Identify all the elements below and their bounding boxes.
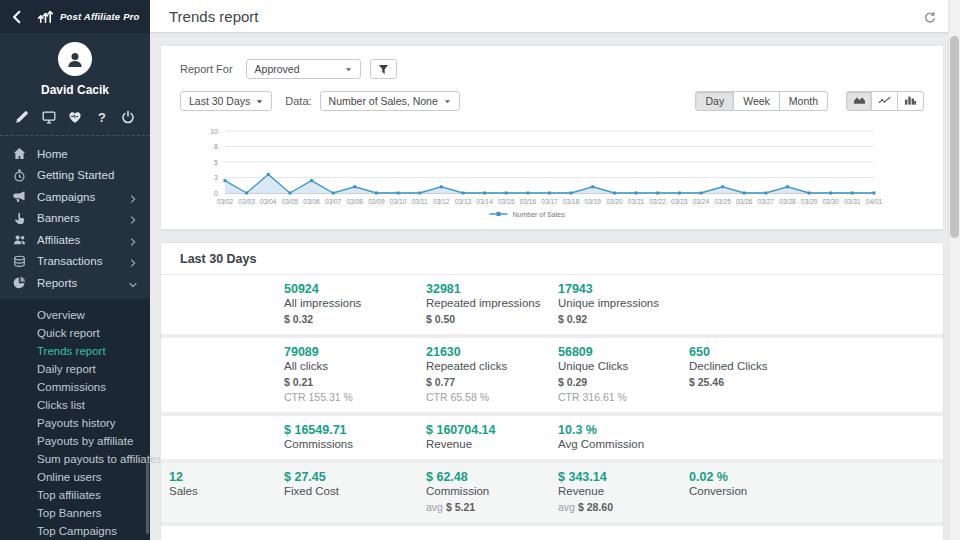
monitor-icon[interactable]	[42, 110, 56, 124]
stat-cell-revenue: $ 160704.14Revenue	[426, 423, 558, 451]
stat-avg-prefix: avg	[558, 501, 575, 513]
stat-cost: $ 25.46	[689, 376, 943, 389]
report-filter-row: Report For Approved	[161, 46, 943, 79]
user-icon	[65, 49, 85, 69]
sidebar-item-affiliates[interactable]: Affiliates	[0, 229, 150, 251]
heart-icon[interactable]	[68, 110, 82, 124]
user-name: David Cacik	[0, 83, 150, 97]
sidebar-item-banners[interactable]: Banners	[0, 208, 150, 230]
sidebar-subitem-payouts-by-affiliate[interactable]: Payouts by affiliate	[0, 432, 150, 450]
data-select-value: Number of Sales, None	[329, 95, 438, 107]
svg-text:03/15: 03/15	[498, 198, 515, 205]
stat-value: 12	[169, 470, 284, 484]
svg-text:03/25: 03/25	[714, 198, 731, 205]
report-for-value: Approved	[255, 63, 300, 75]
period-button-week[interactable]: Week	[734, 91, 780, 111]
svg-text:03/03: 03/03	[238, 198, 255, 205]
sidebar-item-getting-started[interactable]: Getting Started	[0, 165, 150, 187]
pencil-icon[interactable]	[15, 110, 29, 124]
sidebar-scrollbar[interactable]	[146, 462, 149, 534]
sidebar-item-reports[interactable]: Reports	[0, 272, 150, 294]
data-select[interactable]: Number of Sales, None	[320, 91, 460, 111]
stat-value: 17943	[558, 282, 689, 296]
sidebar-item-home[interactable]: Home	[0, 143, 150, 165]
chart-legend-label: Number of Sales	[513, 211, 566, 218]
sidebar-subitem-payouts-history[interactable]: Payouts history	[0, 414, 150, 432]
chevron-right-icon	[129, 214, 137, 222]
refresh-icon[interactable]	[924, 10, 936, 22]
stats-row: 79089All clicks$ 0.21CTR 155.31 %21630Re…	[161, 338, 943, 412]
svg-text:10: 10	[210, 128, 218, 135]
stat-cell-fixed-cost: $ 27.45Fixed Cost	[284, 470, 426, 514]
sidebar-subitem-quick-report[interactable]: Quick report	[0, 324, 150, 342]
bar-chart-button[interactable]	[898, 91, 924, 111]
period-button-month[interactable]: Month	[780, 91, 828, 111]
sidebar-item-label: Affiliates	[37, 234, 80, 246]
report-for-select[interactable]: Approved	[246, 59, 361, 79]
stat-cell-revenue: $ 343.14Revenueavg$ 28.60	[558, 470, 689, 514]
back-button[interactable]	[10, 10, 24, 24]
sidebar-subitem-top-campaigns[interactable]: Top Campaigns	[0, 522, 150, 540]
sidebar-subitem-online-users[interactable]: Online users	[0, 468, 150, 486]
svg-text:0: 0	[214, 190, 218, 197]
area-chart-button[interactable]	[846, 91, 872, 111]
main-scrollbar-thumb[interactable]	[950, 36, 959, 238]
avatar[interactable]	[58, 42, 92, 76]
svg-text:5: 5	[214, 159, 218, 166]
date-range-button[interactable]: Last 30 Days	[180, 91, 272, 111]
stat-avg-prefix: avg	[426, 501, 443, 513]
all-action-commissions-row: All action commissions	[161, 526, 943, 540]
stat-label: Unique Clicks	[558, 359, 689, 373]
sidebar-subitem-clicks-list[interactable]: Clicks list	[0, 396, 150, 414]
svg-text:03/21: 03/21	[628, 198, 645, 205]
help-icon[interactable]: ?	[95, 110, 109, 124]
svg-text:03/06: 03/06	[303, 198, 320, 205]
chevron-right-icon	[129, 236, 137, 244]
sidebar-item-campaigns[interactable]: Campaigns	[0, 186, 150, 208]
trends-chart: 03581003/0203/0303/0403/0503/0603/0703/0…	[161, 111, 943, 225]
stat-value: 32981	[426, 282, 558, 296]
logo-icon	[37, 10, 54, 24]
users-icon	[13, 233, 26, 246]
chart-type-segmented-control	[846, 91, 924, 111]
stat-cell-repeated-clicks: 21630Repeated clicks$ 0.77CTR 65.58 %	[426, 345, 558, 404]
stat-label: Revenue	[558, 484, 689, 498]
svg-text:03/20: 03/20	[606, 198, 623, 205]
sidebar-item-label: Transactions	[37, 255, 102, 267]
stat-cell-all-clicks: 79089All clicks$ 0.21CTR 155.31 %	[284, 345, 426, 404]
stat-avg-value: $ 5.21	[446, 501, 475, 513]
filter-button[interactable]	[370, 59, 397, 79]
coins-icon	[13, 255, 26, 268]
stat-cost: $ 0.29	[558, 376, 689, 389]
power-icon[interactable]	[121, 110, 135, 124]
svg-text:03/31: 03/31	[844, 198, 861, 205]
chevron-right-icon	[129, 193, 137, 201]
period-button-day[interactable]: Day	[695, 91, 734, 111]
sidebar-item-transactions[interactable]: Transactions	[0, 251, 150, 273]
sidebar-subitem-top-affiliates[interactable]: Top affiliates	[0, 486, 150, 504]
svg-text:03/13: 03/13	[455, 198, 472, 205]
sidebar-subitem-sum-payouts-to-affiliates[interactable]: Sum payouts to affiliates	[0, 450, 150, 468]
stat-cost: $ 0.21	[284, 376, 426, 389]
trends-chart-card: Report For Approved Last 30 Days Data:	[160, 45, 944, 230]
sidebar-subitem-commissions[interactable]: Commissions	[0, 378, 150, 396]
stat-value: 21630	[426, 345, 558, 359]
sidebar-subitem-trends-report[interactable]: Trends report	[0, 342, 150, 360]
sidebar-item-label: Campaigns	[37, 191, 95, 203]
sidebar-subitem-daily-report[interactable]: Daily report	[0, 360, 150, 378]
main-scrollbar	[948, 0, 960, 540]
line-chart-button[interactable]	[872, 91, 898, 111]
caret-down-icon	[256, 98, 263, 105]
sidebar-subitem-overview[interactable]: Overview	[0, 306, 150, 324]
date-range-value: Last 30 Days	[189, 95, 250, 107]
chevron-right-icon	[129, 257, 137, 265]
stat-label: Repeated clicks	[426, 359, 558, 373]
stat-ctr: CTR 316.61 %	[558, 391, 689, 404]
stat-value: $ 160704.14	[426, 423, 558, 437]
svg-text:03/24: 03/24	[693, 198, 710, 205]
stat-label: Fixed Cost	[284, 484, 426, 498]
svg-text:03/27: 03/27	[758, 198, 775, 205]
stats-row: $ 16549.71Commissions$ 160704.14Revenue1…	[161, 416, 943, 459]
sidebar-subitem-top-banners[interactable]: Top Banners	[0, 504, 150, 522]
stat-value: $ 62.48	[426, 470, 558, 484]
